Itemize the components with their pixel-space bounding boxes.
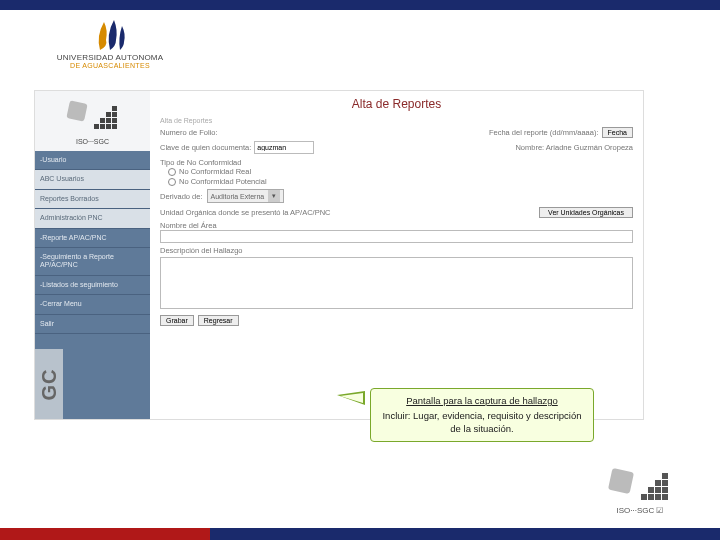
svg-rect-7 [100, 118, 105, 123]
svg-rect-21 [662, 480, 668, 486]
iso-label: ISO···SGC [76, 138, 109, 145]
sgc-vertical-label: GC [35, 349, 63, 419]
corner-iso-icon [600, 466, 680, 506]
callout-arrow-icon [337, 391, 373, 411]
sidebar-item-cerrar-menu[interactable]: -Cerrar Menu [35, 295, 150, 314]
svg-rect-16 [648, 494, 654, 500]
clave-label: Clave de quien documenta: [160, 143, 251, 152]
logo-text-2: DE AGUASCALIENTES [70, 62, 150, 69]
grabar-button[interactable]: Grabar [160, 315, 194, 326]
sidebar-item-salir[interactable]: Salir [35, 315, 150, 334]
top-bar [0, 0, 720, 10]
alt-title-faded: Alta de Reportes [160, 117, 633, 124]
svg-rect-19 [655, 487, 661, 493]
svg-rect-14 [662, 494, 668, 500]
svg-rect-23 [662, 473, 668, 479]
sidebar-item-seguimiento[interactable]: -Seguimiento a Reporte AP/AC/PNC [35, 248, 150, 276]
sidebar-item-listados[interactable]: -Listados de seguimiento [35, 276, 150, 295]
band-navy [210, 528, 720, 540]
folio-label: Numero de Folio: [160, 128, 218, 137]
svg-rect-15 [655, 494, 661, 500]
fecha-button[interactable]: Fecha [602, 127, 633, 138]
nombre-label: Nombre: Ariadne Guzmán Oropeza [515, 143, 633, 152]
descripcion-label: Descripción del Hallazgo [160, 246, 633, 255]
app-window: ISO···SGC -Usuario ABC Usuarios Reportes… [34, 90, 644, 420]
svg-rect-13 [608, 468, 634, 494]
callout-line2: Incluir: Lugar, evidencia, requisito y d… [379, 410, 585, 435]
sidebar-item-usuario[interactable]: -Usuario [35, 151, 150, 170]
ver-unidades-button[interactable]: Ver Unidades Orgánicas [539, 207, 633, 218]
callout-box: Pantalla para la captura de hallazgo Inc… [370, 388, 594, 442]
sidebar-item-reportes-borrados[interactable]: Reportes Borrados [35, 190, 150, 209]
descripcion-textarea[interactable] [160, 257, 633, 309]
sidebar-item-admin-pnc[interactable]: Administración PNC [35, 209, 150, 228]
sidebar-item-abc-usuarios[interactable]: ABC Usuarios [35, 170, 150, 189]
iso-logo-icon [58, 98, 128, 138]
sidebar-logo: ISO···SGC [35, 91, 150, 151]
uaa-logo: UNIVERSIDAD AUTONOMA DE AGUASCALIENTES [40, 16, 180, 69]
svg-rect-6 [106, 118, 111, 123]
svg-rect-17 [641, 494, 647, 500]
svg-rect-18 [662, 487, 668, 493]
sidebar-item-reporte-ap[interactable]: -Reporte AP/AC/PNC [35, 229, 150, 248]
radio-real[interactable] [168, 168, 176, 176]
svg-rect-9 [106, 112, 111, 117]
svg-rect-5 [112, 118, 117, 123]
corner-iso-label: ISO···SGC ☑ [616, 506, 663, 515]
callout-line1: Pantalla para la captura de hallazgo [379, 395, 585, 407]
clave-input[interactable] [254, 141, 314, 154]
svg-rect-4 [94, 124, 99, 129]
derivado-label: Derivado de: [160, 192, 203, 201]
sidebar: ISO···SGC -Usuario ABC Usuarios Reportes… [35, 91, 150, 419]
fecha-label: Fecha del reporte (dd/mm/aaaa): [489, 128, 599, 137]
nombre-area-input[interactable] [160, 230, 633, 243]
radio-potencial-label: No Conformidad Potencial [179, 177, 267, 186]
regresar-button[interactable]: Regresar [198, 315, 239, 326]
svg-rect-3 [100, 124, 105, 129]
chevron-down-icon: ▾ [268, 190, 280, 202]
unidad-label: Unidad Orgánica donde se presentó la AP/… [160, 208, 331, 217]
corner-iso-logo: ISO···SGC ☑ [600, 466, 680, 516]
page-title: Alta de Reportes [160, 97, 633, 111]
tipo-label: Tipo de No Conformidad [160, 158, 633, 167]
radio-real-label: No Conformidad Real [179, 167, 251, 176]
svg-rect-20 [648, 487, 654, 493]
svg-rect-22 [655, 480, 661, 486]
svg-rect-8 [112, 112, 117, 117]
radio-potencial[interactable] [168, 178, 176, 186]
bottom-band [0, 528, 720, 540]
content-panel: Alta de Reportes Alta de Reportes Numero… [150, 91, 643, 419]
derivado-select[interactable]: Auditoria Externa ▾ [207, 189, 285, 203]
nombre-area-label: Nombre del Área [160, 221, 633, 230]
svg-rect-1 [112, 124, 117, 129]
svg-rect-0 [66, 100, 87, 121]
svg-rect-2 [106, 124, 111, 129]
header: UNIVERSIDAD AUTONOMA DE AGUASCALIENTES [0, 10, 720, 78]
svg-rect-10 [112, 106, 117, 111]
flame-icon [86, 16, 134, 52]
logo-text-1: UNIVERSIDAD AUTONOMA [57, 53, 164, 62]
band-red [0, 528, 210, 540]
